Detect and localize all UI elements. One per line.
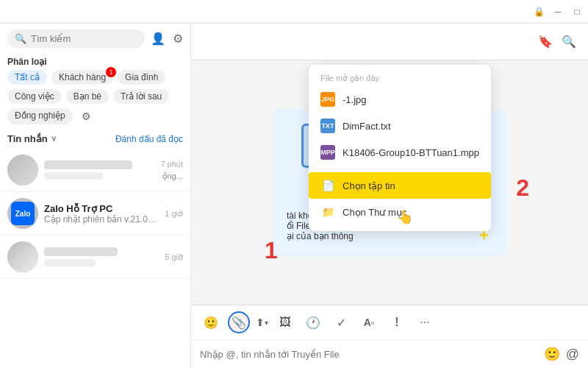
search-bar: 🔍 👤 ⚙ bbox=[0, 24, 190, 54]
clock-icon: 🕐 bbox=[306, 316, 320, 330]
input-box: 🙂 @ bbox=[191, 340, 588, 368]
app-window: 🔒 ─ □ 🔍 👤 ⚙ Phân loại Tất bbox=[0, 0, 588, 368]
input-toolbar: 🙂 📎 ⬆ ▾ 🖼 🕐 ✓ bbox=[191, 305, 588, 340]
filter-tag-tra-loi-sau[interactable]: Trả lời sau bbox=[113, 89, 169, 104]
phan-loai-label: Phân loại bbox=[0, 54, 190, 70]
main-content: 🔍 👤 ⚙ Phân loại Tất cả Khách hàng 1 bbox=[0, 24, 588, 368]
chat-time: 7 phút bbox=[160, 160, 183, 169]
dropdown-item-mpp[interactable]: MPP K18406-Group10-BTTuan1.mpp bbox=[309, 139, 491, 166]
chat-meta: 7 phút ộng... bbox=[160, 160, 183, 181]
chat-item[interactable]: 7 phút ộng... bbox=[0, 149, 190, 192]
clock-btn[interactable]: 🕐 bbox=[302, 311, 324, 333]
check-btn[interactable]: ✓ bbox=[330, 311, 352, 333]
sticker-icon: 🙂 bbox=[204, 316, 218, 330]
dropdown-menu: File mở gần đây JPG -1.jpg TXT DimFact.t… bbox=[309, 65, 491, 231]
check-icon: ✓ bbox=[337, 316, 346, 330]
chat-preview bbox=[44, 172, 103, 180]
chat-meta-3: 5 giờ bbox=[165, 252, 183, 262]
chat-name-zalo: Zalo Hỗ Trợ PC bbox=[44, 203, 159, 214]
text-format-icon: A bbox=[364, 316, 371, 328]
add-group-btn[interactable]: ⚙ bbox=[173, 32, 183, 46]
emoji-btn[interactable]: 🙂 bbox=[544, 346, 560, 362]
at-btn[interactable]: @ bbox=[566, 347, 579, 362]
chat-time-3: 5 giờ bbox=[165, 252, 183, 262]
chat-input-area: 🙂 📎 ⬆ ▾ 🖼 🕐 ✓ bbox=[191, 305, 588, 368]
search-input[interactable] bbox=[31, 33, 137, 44]
sticker-btn[interactable]: 🙂 bbox=[200, 311, 222, 333]
more-btn[interactable]: ··· bbox=[414, 311, 436, 333]
chevron-down-icon: ▾ bbox=[265, 319, 268, 327]
avatar-3 bbox=[7, 241, 38, 272]
chat-header: 🔖 🔍 bbox=[191, 24, 588, 60]
step-2-label: 2 bbox=[516, 174, 529, 202]
chat-body: 📄 ★ + → ← tài khoản Truyền ổi File, ảnh … bbox=[191, 60, 588, 305]
header-actions: 🔖 🔍 bbox=[538, 35, 576, 49]
folder-icon: 📁 bbox=[320, 205, 335, 219]
dropdown-section-label: File mở gần đây bbox=[309, 71, 491, 86]
jpg-icon: JPG bbox=[320, 92, 335, 107]
input-actions: 🙂 @ bbox=[544, 346, 579, 362]
txt-icon: TXT bbox=[320, 118, 335, 133]
zalo-logo: Zalo bbox=[11, 202, 35, 225]
chat-name bbox=[44, 160, 132, 169]
mpp-icon: MPP bbox=[320, 145, 335, 160]
dropdown-divider bbox=[309, 169, 491, 169]
chat-meta-zalo: 1 giờ bbox=[165, 209, 183, 219]
chat-preview-zalo: Cập nhật phiên bản v.21.03.03... bbox=[44, 214, 159, 224]
transfer-icon: ⬆ bbox=[256, 316, 265, 328]
more-icon: ··· bbox=[420, 316, 429, 329]
avatar-zalo: Zalo bbox=[7, 198, 38, 229]
step-1-label: 1 bbox=[265, 237, 278, 264]
filter-tag-khach-hang[interactable]: Khách hàng 1 bbox=[51, 70, 113, 85]
image-btn[interactable]: 🖼 bbox=[274, 311, 296, 333]
chat-name-3 bbox=[44, 247, 118, 256]
chat-list: 7 phút ộng... Zalo Zalo Hỗ Trợ PC Cập nh… bbox=[0, 149, 190, 368]
title-bar: 🔒 ─ □ bbox=[0, 0, 588, 24]
avatar bbox=[7, 155, 38, 185]
chat-info bbox=[44, 160, 154, 180]
exclamation-icon: ! bbox=[395, 316, 398, 329]
chat-preview-3 bbox=[44, 259, 96, 266]
chat-item-3[interactable]: 5 giờ bbox=[0, 236, 190, 279]
sidebar: 🔍 👤 ⚙ Phân loại Tất cả Khách hàng 1 bbox=[0, 24, 191, 368]
dropdown-item-chon-tap-tin[interactable]: 📄 Chọn tập tin bbox=[309, 172, 491, 199]
right-panel: 🔖 🔍 📄 bbox=[191, 24, 588, 368]
add-contact-btn[interactable]: 👤 bbox=[151, 32, 165, 46]
filter-tag-ban-be[interactable]: Bạn bè bbox=[66, 89, 109, 104]
filter-tags: Tất cả Khách hàng 1 Gia đình Công việc B… bbox=[0, 70, 190, 129]
chat-time-zalo: 1 giờ bbox=[165, 209, 183, 219]
filter-tag-tat-ca[interactable]: Tất cả bbox=[7, 70, 47, 85]
maximize-btn[interactable]: □ bbox=[572, 7, 582, 17]
minimize-btn[interactable]: ─ bbox=[553, 7, 563, 17]
hand-cursor-icon: 👆 bbox=[397, 210, 413, 224]
search-wrapper[interactable]: 🔍 bbox=[7, 29, 145, 48]
message-input[interactable] bbox=[200, 349, 538, 360]
badge-khach-hang: 1 bbox=[106, 67, 116, 77]
lock-btn[interactable]: 🔒 bbox=[534, 7, 544, 17]
filter-settings-btn[interactable]: ⚙ bbox=[77, 108, 96, 124]
danh-dau-btn[interactable]: Đánh dấu đã đọc bbox=[115, 134, 183, 144]
title-bar-controls: 🔒 ─ □ bbox=[534, 7, 582, 17]
chat-info-3 bbox=[44, 247, 159, 266]
text-btn[interactable]: A a bbox=[358, 311, 380, 333]
chat-item-zalo[interactable]: Zalo Zalo Hỗ Trợ PC Cập nhật phiên bản v… bbox=[0, 192, 190, 236]
dropdown-item-txt[interactable]: TXT DimFact.txt bbox=[309, 113, 491, 139]
dropdown-item-jpg[interactable]: JPG -1.jpg bbox=[309, 86, 491, 113]
paperclip-icon: 📎 bbox=[232, 316, 246, 330]
transfer-btn[interactable]: ⬆ ▾ bbox=[256, 316, 268, 328]
file-doc-icon: 📄 bbox=[320, 178, 335, 193]
tin-nhan-label: Tin nhắn ∨ bbox=[7, 133, 57, 144]
cursor-pointer: 👆 bbox=[397, 209, 412, 224]
filter-tag-gia-dinh[interactable]: Gia đình bbox=[118, 70, 165, 85]
chat-info-zalo: Zalo Hỗ Trợ PC Cập nhật phiên bản v.21.0… bbox=[44, 203, 159, 224]
attach-btn[interactable]: 📎 bbox=[228, 311, 250, 333]
filter-tag-cong-viec[interactable]: Công việc bbox=[7, 89, 62, 104]
search-actions: 👤 ⚙ bbox=[151, 32, 183, 46]
bookmark-btn[interactable]: 🔖 bbox=[538, 35, 553, 49]
exclaim-btn[interactable]: ! bbox=[386, 311, 408, 333]
filter-tag-dong-nghiep[interactable]: Đồng nghiệp bbox=[7, 108, 73, 124]
search-icon: 🔍 bbox=[15, 33, 26, 44]
image-icon: 🖼 bbox=[279, 316, 291, 329]
tin-nhan-header: Tin nhắn ∨ Đánh dấu đã đọc bbox=[0, 129, 190, 149]
search-chat-btn[interactable]: 🔍 bbox=[562, 35, 576, 49]
